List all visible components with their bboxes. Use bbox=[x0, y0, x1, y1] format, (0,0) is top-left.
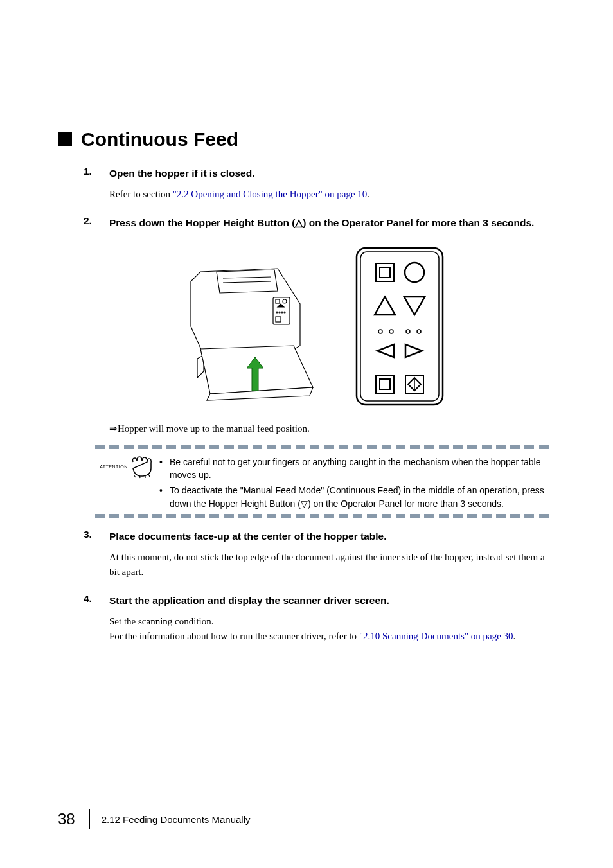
operator-panel-icon bbox=[351, 243, 448, 410]
step-label: Press down the Hopper Height Button (△) … bbox=[109, 215, 555, 230]
svg-rect-20 bbox=[380, 379, 390, 389]
cross-reference-link[interactable]: "2.2 Opening and Closing the Hopper" on … bbox=[173, 189, 368, 199]
step-label: Open the hopper if it is closed. bbox=[109, 166, 555, 181]
step-number: 1. bbox=[84, 166, 109, 177]
svg-point-14 bbox=[405, 263, 424, 282]
attention-box: ATTENTION •Be careful not to get your fi… bbox=[95, 445, 549, 518]
footer-divider-icon bbox=[89, 809, 90, 829]
section-marker-icon bbox=[58, 132, 72, 146]
step-label: Start the application and display the sc… bbox=[109, 593, 555, 608]
svg-point-5 bbox=[276, 312, 278, 313]
divider-bottom-icon bbox=[95, 514, 549, 518]
attention-icon-column: ATTENTION bbox=[95, 456, 159, 479]
svg-point-7 bbox=[281, 312, 283, 313]
page-number: 38 bbox=[58, 810, 89, 828]
body-line: Set the scanning condition. bbox=[109, 614, 555, 629]
step-body: Refer to section "2.2 Opening and Closin… bbox=[109, 187, 555, 202]
svg-point-4 bbox=[283, 299, 287, 303]
step-number: 3. bbox=[84, 529, 109, 540]
step-number: 2. bbox=[84, 215, 109, 227]
section-title: Continuous Feed bbox=[81, 128, 238, 150]
scanner-illustration-icon bbox=[165, 243, 332, 410]
svg-rect-11 bbox=[360, 252, 439, 401]
step-body: Set the scanning condition. For the info… bbox=[109, 614, 555, 644]
attention-text: •Be careful not to get your fingers or a… bbox=[159, 456, 549, 513]
step-4: 4. Start the application and display the… bbox=[58, 593, 555, 644]
svg-point-6 bbox=[279, 312, 280, 313]
text-prefix: Refer to section bbox=[109, 189, 173, 199]
text-suffix: . bbox=[367, 189, 369, 199]
attention-item: To deactivate the "Manual Feed Mode" (Co… bbox=[170, 484, 549, 510]
page-footer: 38 2.12 Feeding Documents Manually bbox=[58, 809, 251, 829]
bullet-icon: • bbox=[159, 484, 170, 510]
attention-item: Be careful not to get your fingers or an… bbox=[170, 456, 549, 482]
step-3: 3. Place documents face-up at the center… bbox=[58, 529, 555, 580]
text-prefix: For the information about how to run the… bbox=[109, 631, 359, 641]
attention-label: ATTENTION bbox=[100, 465, 128, 469]
step-number: 4. bbox=[84, 593, 109, 605]
svg-rect-3 bbox=[276, 299, 280, 303]
divider-top-icon bbox=[95, 445, 549, 449]
text-suffix: . bbox=[513, 631, 516, 641]
step-label: Place documents face-up at the center of… bbox=[109, 529, 555, 544]
bullet-icon: • bbox=[159, 456, 170, 482]
step-2: 2. Press down the Hopper Height Button (… bbox=[58, 215, 555, 230]
step-1: 1. Open the hopper if it is closed. Refe… bbox=[58, 166, 555, 202]
step-body: At this moment, do not stick the top edg… bbox=[109, 550, 555, 580]
svg-point-8 bbox=[284, 312, 285, 313]
svg-rect-9 bbox=[276, 317, 281, 322]
footer-section-text: 2.12 Feeding Documents Manually bbox=[102, 814, 251, 825]
svg-rect-13 bbox=[380, 267, 390, 278]
section-header: Continuous Feed bbox=[58, 128, 555, 150]
attention-hand-icon bbox=[129, 456, 155, 479]
figure-row bbox=[58, 243, 555, 410]
cross-reference-link[interactable]: "2.10 Scanning Documents" on page 30 bbox=[359, 631, 513, 641]
result-text: ⇒Hopper will move up to the manual feed … bbox=[109, 423, 555, 434]
